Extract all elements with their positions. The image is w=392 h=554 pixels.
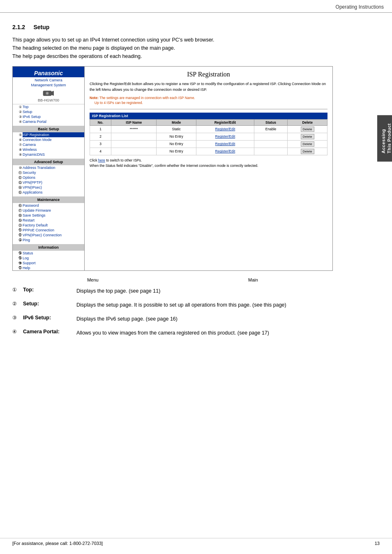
menu-item-pppoe[interactable]: ㉑PPPoE Connection <box>23 228 84 233</box>
page-header: Operating Instructions <box>0 0 392 13</box>
menu-item-help[interactable]: ㉗Help <box>23 265 84 270</box>
side-tab: AccessingThis Product <box>377 115 392 162</box>
ui-illustration: Panasonic Network CameraManagement Syste… <box>12 66 333 271</box>
menu-item-vpn-ipsec-conn[interactable]: ㉒VPN(IPsec) Connection <box>23 233 84 238</box>
menu-item-options[interactable]: ⑫Options <box>23 175 84 180</box>
col-no: No. <box>90 119 111 125</box>
menu-section-maintenance: Maintenance <box>13 196 84 203</box>
menu-item-connection-mode[interactable]: ⑥Connection Mode <box>23 137 84 142</box>
menu-item-address-translation[interactable]: ⑩Address Translation <box>23 165 84 170</box>
menu-item-wireless[interactable]: ⑧Wireless <box>23 147 84 152</box>
table-row: 1 ****** Static Register/Edit Enable Del… <box>90 125 327 133</box>
menu-top-items: ①Top ②Setup ③IPv6 Setup ④Camera Portal <box>13 104 84 124</box>
menu-item-ping[interactable]: ㉓Ping <box>23 238 84 242</box>
footer-left: [For assistance, please call: 1-800-272-… <box>12 541 103 546</box>
svg-point-2 <box>46 92 48 94</box>
item-label-1: Top: <box>23 287 72 293</box>
register-edit-link-3[interactable]: Register/Edit <box>196 140 254 148</box>
menu-maintenance-items: ⑯Password ⑰Update Firmware ⑱Save Setting… <box>13 203 84 242</box>
menu-item-applications[interactable]: ⑮Applications <box>23 190 84 195</box>
delete-button-3[interactable]: Delete <box>301 141 314 147</box>
click-here-link[interactable]: here <box>98 158 105 162</box>
menu-panel: Panasonic Network CameraManagement Syste… <box>13 67 85 270</box>
camera-icon-wrapper <box>13 89 84 97</box>
item-label-2: Setup: <box>23 301 72 307</box>
menu-item-dynamicdns[interactable]: ⑨DynamicDNS <box>23 152 84 157</box>
click-here-text: Click here to switch to other ISPs. When… <box>90 158 327 169</box>
menu-item-vpn-pptp[interactable]: ⑬VPN(PPTP) <box>23 180 84 185</box>
svg-marker-3 <box>51 91 54 96</box>
table-row: 2 No Entry Register/Edit Delete <box>90 133 327 140</box>
header-text: Operating Instructions <box>336 4 384 10</box>
isp-table: No. ISP Name Mode Register/Edit Status D… <box>90 119 327 155</box>
menu-advanced-items: ⑩Address Translation ⑪Security ⑫Options … <box>13 165 84 195</box>
menu-item-support[interactable]: ㉖Support <box>23 261 84 265</box>
item-desc-1: Displays the top page. (see page 11) <box>76 287 380 295</box>
menu-item-ipv6setup[interactable]: ③IPv6 Setup <box>23 114 84 119</box>
item-desc-3: Displays the IPv6 setup page. (see page … <box>76 315 380 323</box>
delete-button-1[interactable]: Delete <box>301 127 314 132</box>
menu-item-status[interactable]: ㉔Status <box>23 251 84 256</box>
table-row: 3 No Entry Register/Edit Delete <box>90 140 327 148</box>
item-label-4: Camera Portal: <box>23 329 72 335</box>
item-desc-4: Allows you to view images from the camer… <box>76 329 380 337</box>
item-desc-2: Displays the setup page. It is possible … <box>76 301 380 309</box>
delete-button-2[interactable]: Delete <box>301 134 314 139</box>
note-text: Note: The settings are managed in connec… <box>90 96 327 106</box>
delete-button-4[interactable]: Delete <box>301 149 314 154</box>
col-delete: Delete <box>288 119 327 125</box>
col-register-edit: Register/Edit <box>196 119 254 125</box>
numbered-item-3: ③ IPv6 Setup: Displays the IPv6 setup pa… <box>12 315 380 323</box>
item-num-3: ③ <box>12 315 21 321</box>
menu-item-top[interactable]: ①Top <box>23 104 84 109</box>
menu-section-basic: Basic Setup <box>13 126 84 132</box>
intro-text: This page allows you to set up an IPv4 I… <box>12 36 380 60</box>
menu-label: Menu <box>87 277 99 282</box>
menu-item-log[interactable]: ㉕Log <box>23 256 84 261</box>
main-content: 2.1.2 Setup This page allows you to set … <box>0 13 392 359</box>
menu-item-password[interactable]: ⑯Password <box>23 203 84 208</box>
item-label-3: IPv6 Setup: <box>23 315 72 321</box>
menu-item-setup[interactable]: ②Setup <box>23 109 84 114</box>
menu-item-update-firmware[interactable]: ⑰Update Firmware <box>23 208 84 213</box>
ui-labels: Menu Main <box>12 277 333 282</box>
panasonic-model: BB-HGW700 <box>13 98 84 104</box>
item-num-2: ② <box>12 301 21 307</box>
table-row: 4 No Entry Register/Edit Delete <box>90 148 327 155</box>
menu-item-vpn-ipsec[interactable]: ⑭VPN(IPsec) <box>23 185 84 190</box>
menu-item-security[interactable]: ⑪Security <box>23 170 84 175</box>
menu-item-camera[interactable]: ⑦Camera <box>23 142 84 147</box>
menu-basic-items: ⑤ISP Registration ⑥Connection Mode ⑦Came… <box>13 132 84 157</box>
menu-item-isp[interactable]: ⑤ISP Registration <box>23 132 84 137</box>
panasonic-subtitle: Network CameraManagement System <box>13 77 84 88</box>
menu-item-save-settings[interactable]: ⑱Save Settings <box>23 213 84 218</box>
numbered-list: ① Top: Displays the top page. (see page … <box>12 287 380 337</box>
section-heading: 2.1.2 Setup <box>12 21 380 32</box>
register-edit-link-4[interactable]: Register/Edit <box>196 148 254 155</box>
main-panel: ISP Registration Clicking the Register/E… <box>85 67 332 270</box>
numbered-item-4: ④ Camera Portal: Allows you to view imag… <box>12 329 380 337</box>
menu-item-camera-portal[interactable]: ④Camera Portal <box>23 119 84 124</box>
camera-icon <box>42 89 55 97</box>
menu-section-advanced: Advanced Setup <box>13 159 84 165</box>
footer-right: 13 <box>375 541 380 546</box>
isp-list-header: ISP Registration List <box>90 113 327 119</box>
menu-information-items: ㉔Status ㉕Log ㉖Support ㉗Help <box>13 251 84 270</box>
numbered-item-1: ① Top: Displays the top page. (see page … <box>12 287 380 295</box>
item-num-4: ④ <box>12 329 21 335</box>
menu-item-factory-default[interactable]: ⑳Factory Default <box>23 223 84 228</box>
main-description: Clicking the Register/Edit button allows… <box>90 81 327 92</box>
col-mode: Mode <box>157 119 196 125</box>
menu-item-restart[interactable]: ⑲Restart <box>23 218 84 223</box>
menu-section-information: Information <box>13 244 84 251</box>
page-footer: [For assistance, please call: 1-800-272-… <box>0 538 392 546</box>
section-title: 2.1.2 Setup <box>12 21 53 31</box>
register-edit-link-2[interactable]: Register/Edit <box>196 133 254 140</box>
numbered-item-2: ② Setup: Displays the setup page. It is … <box>12 301 380 309</box>
main-label: Main <box>248 277 258 282</box>
divider-1 <box>90 109 327 109</box>
panasonic-logo: Panasonic <box>13 67 84 77</box>
main-title: ISP Registration <box>90 71 327 78</box>
item-num-1: ① <box>12 287 21 293</box>
register-edit-link-1[interactable]: Register/Edit <box>196 125 254 133</box>
